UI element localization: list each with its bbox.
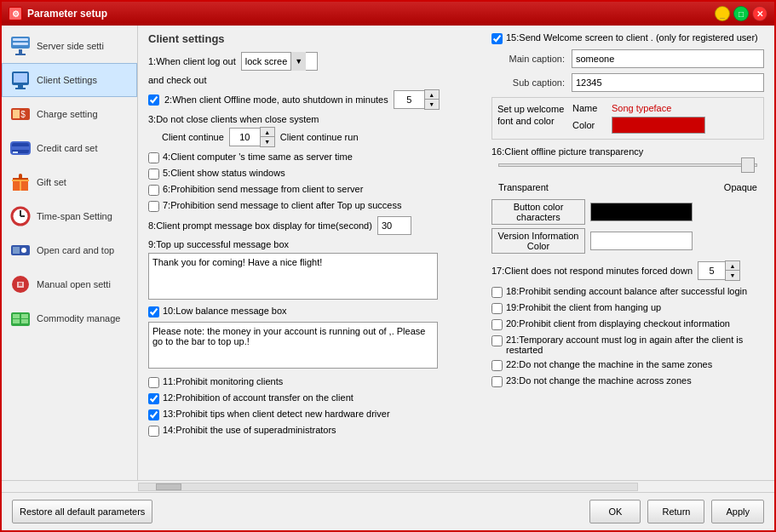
sidebar-item-gift[interactable]: Gift set bbox=[2, 165, 137, 199]
svg-rect-10 bbox=[13, 110, 20, 118]
client-icon bbox=[9, 69, 32, 91]
svg-rect-33 bbox=[21, 319, 28, 323]
slider-thumb[interactable] bbox=[741, 157, 755, 173]
item9-textarea[interactable] bbox=[148, 253, 438, 300]
item22-label: 22:Do not change the machine in the same… bbox=[506, 359, 712, 369]
item18-row: 18:Prohibit sending account balance afte… bbox=[491, 286, 764, 298]
section-title: Client settings bbox=[148, 32, 481, 45]
svg-rect-32 bbox=[21, 314, 28, 318]
item9-label: 9:Top up successful message box bbox=[148, 239, 481, 249]
restore-button[interactable]: Restore all default parameters bbox=[12, 500, 152, 523]
item13-label: 13:Prohibit tips when client detect new … bbox=[163, 409, 390, 419]
commodity-icon bbox=[9, 307, 32, 329]
sidebar-item-commodity[interactable]: Commodity manage bbox=[2, 301, 137, 335]
bottom-bar: Restore all default parameters OK Return… bbox=[2, 492, 774, 530]
item3-continue: Client continue bbox=[162, 132, 224, 142]
item17-input[interactable] bbox=[698, 261, 725, 280]
item16-label: 16:Client offline picture transparency bbox=[491, 146, 764, 157]
button-color-btn[interactable]: Button color characters bbox=[491, 199, 585, 225]
sidebar-item-label: Open card and top bbox=[37, 245, 114, 255]
item3-spinner[interactable]: ▲ ▼ bbox=[229, 127, 275, 147]
item14-checkbox[interactable] bbox=[148, 426, 159, 437]
item21-checkbox[interactable] bbox=[491, 335, 503, 346]
item15-checkbox[interactable] bbox=[491, 33, 503, 44]
minimize-button[interactable]: _ bbox=[715, 6, 730, 21]
maximize-button[interactable]: □ bbox=[733, 6, 749, 21]
sidebar-item-charge[interactable]: $ Charge setting bbox=[2, 97, 137, 131]
return-button[interactable]: Return bbox=[647, 500, 704, 523]
timespan-icon bbox=[9, 205, 32, 227]
item2-up[interactable]: ▲ bbox=[425, 90, 439, 100]
item6-row: 6:Prohibition send message from client t… bbox=[148, 184, 481, 196]
button-color-preview bbox=[590, 203, 693, 221]
item17-spinner[interactable]: ▲ ▼ bbox=[698, 260, 740, 281]
item1-arrow[interactable]: ▼ bbox=[290, 52, 306, 71]
item2-down[interactable]: ▼ bbox=[425, 100, 439, 109]
item22-checkbox[interactable] bbox=[491, 360, 503, 371]
item13-checkbox[interactable] bbox=[148, 409, 159, 420]
item20-checkbox[interactable] bbox=[491, 319, 503, 330]
item10-textarea[interactable] bbox=[148, 322, 438, 369]
svg-rect-4 bbox=[15, 54, 26, 55]
svg-rect-1 bbox=[13, 38, 28, 41]
sub-caption-input[interactable] bbox=[572, 73, 764, 92]
item2-spinner[interactable]: ▲ ▼ bbox=[394, 89, 440, 110]
item3-run: Client continue run bbox=[280, 132, 359, 142]
title-bar-left: ⚙ Parameter setup bbox=[9, 7, 107, 20]
item11-checkbox[interactable] bbox=[148, 377, 159, 388]
sidebar-item-credit[interactable]: Credit card set bbox=[2, 131, 137, 165]
opaque-label: Opaque bbox=[724, 182, 757, 192]
sidebar-item-opencard[interactable]: Open card and top bbox=[2, 233, 137, 267]
color-box[interactable] bbox=[612, 117, 705, 134]
item10-checkbox[interactable] bbox=[148, 306, 159, 317]
item8-input[interactable] bbox=[377, 216, 411, 235]
version-color-btn[interactable]: Version Information Color bbox=[491, 228, 585, 254]
sidebar-item-server[interactable]: Server side setti bbox=[2, 29, 137, 63]
item7-checkbox[interactable] bbox=[148, 201, 159, 212]
scrollbar-thumb[interactable] bbox=[156, 483, 181, 490]
item2-checkbox[interactable] bbox=[148, 94, 159, 106]
sidebar-item-client[interactable]: Client Settings bbox=[2, 63, 137, 97]
sidebar-item-timespan[interactable]: Time-span Setting bbox=[2, 199, 137, 233]
item8-row: 8:Client prompt message box display for … bbox=[148, 216, 481, 235]
item17-down[interactable]: ▼ bbox=[726, 271, 739, 280]
item6-checkbox[interactable] bbox=[148, 185, 159, 196]
item18-label: 18:Prohibit sending account balance afte… bbox=[506, 286, 747, 296]
close-button[interactable]: ✕ bbox=[752, 6, 767, 21]
h-scrollbar[interactable] bbox=[138, 483, 638, 491]
item11-row: 11:Prohibit monitoring clients bbox=[148, 376, 481, 388]
sidebar-item-manual[interactable]: Manual open setti bbox=[2, 267, 137, 301]
item1-dropdown[interactable]: lock scree ▼ bbox=[241, 52, 318, 71]
item23-checkbox[interactable] bbox=[491, 376, 503, 387]
item3-input[interactable] bbox=[229, 128, 260, 146]
item2-input[interactable] bbox=[394, 90, 424, 109]
item12-checkbox[interactable] bbox=[148, 393, 159, 404]
item17-up[interactable]: ▲ bbox=[726, 261, 739, 271]
item18-checkbox[interactable] bbox=[491, 287, 503, 298]
item4-checkbox[interactable] bbox=[148, 152, 159, 163]
svg-rect-19 bbox=[20, 180, 21, 191]
item20-row: 20:Prohibit client from displaying check… bbox=[491, 318, 764, 330]
item5-checkbox[interactable] bbox=[148, 169, 159, 180]
item3-up[interactable]: ▲ bbox=[261, 128, 274, 137]
title-buttons: _ □ ✕ bbox=[715, 6, 767, 21]
item3-down[interactable]: ▼ bbox=[261, 137, 274, 146]
slider-track bbox=[498, 163, 757, 167]
svg-rect-17 bbox=[19, 174, 22, 180]
ok-button[interactable]: OK bbox=[589, 500, 641, 523]
svg-rect-8 bbox=[15, 88, 26, 89]
item10-label: 10:Low balance message box bbox=[163, 306, 287, 316]
setup-label: Set up welcome font and color bbox=[497, 103, 566, 128]
item19-checkbox[interactable] bbox=[491, 303, 503, 314]
opencard-icon bbox=[9, 239, 32, 261]
item23-row: 23:Do not change the machine across zone… bbox=[491, 375, 764, 387]
sidebar-item-label: Client Settings bbox=[37, 75, 97, 85]
apply-button[interactable]: Apply bbox=[711, 500, 764, 523]
svg-rect-31 bbox=[13, 319, 20, 323]
item15-row: 15:Send Welcome screen to client . (only… bbox=[491, 32, 764, 44]
transparency-section: Transparent Opaque bbox=[491, 163, 764, 192]
main-caption-input[interactable] bbox=[572, 49, 764, 68]
transparent-label: Transparent bbox=[498, 182, 549, 192]
color-label: Color bbox=[572, 120, 605, 130]
svg-point-25 bbox=[21, 248, 26, 253]
